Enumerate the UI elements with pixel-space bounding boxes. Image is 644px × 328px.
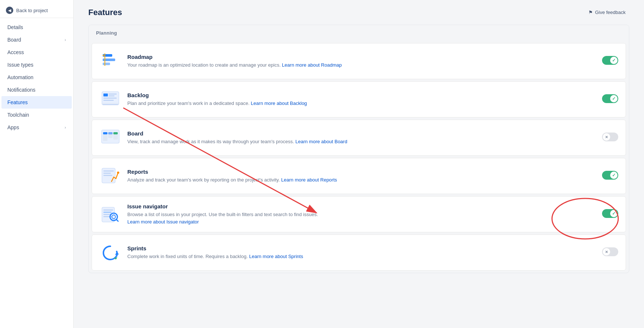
feedback-icon: ⚑ bbox=[588, 10, 593, 15]
toggle-check-icon: ✓ bbox=[612, 173, 616, 178]
svg-rect-27 bbox=[103, 212, 112, 213]
sidebar-item-notifications[interactable]: Notifications bbox=[1, 84, 72, 96]
svg-rect-1 bbox=[103, 55, 104, 56]
sidebar-item-label: Toolchain bbox=[7, 112, 29, 118]
feature-name-issue-navigator: Issue navigator bbox=[127, 203, 592, 209]
feature-desc-backlog: Plan and prioritize your team's work in … bbox=[127, 100, 592, 107]
issue-navigator-icon bbox=[99, 203, 121, 225]
svg-rect-10 bbox=[109, 95, 114, 96]
toggle-backlog[interactable]: ✓ bbox=[602, 94, 618, 105]
feature-card-reports: ReportsAnalyze and track your team's wor… bbox=[92, 158, 626, 194]
svg-point-24 bbox=[117, 172, 119, 174]
svg-rect-26 bbox=[103, 209, 113, 211]
toggle-board[interactable]: ✕ bbox=[602, 133, 618, 143]
feature-link-sprints[interactable]: Learn more about Sprints bbox=[249, 254, 303, 259]
svg-rect-8 bbox=[103, 100, 114, 101]
sidebar: ◀ Back to project DetailsBoard›AccessIss… bbox=[0, 0, 74, 328]
feature-desc-sprints: Complete work in fixed units of time. Re… bbox=[127, 253, 592, 260]
sprints-icon bbox=[99, 241, 121, 264]
back-label: Back to project bbox=[16, 8, 48, 13]
main-content: Features ⚑ Give feedback Planning Roadma… bbox=[74, 0, 644, 328]
feature-info-backlog: BacklogPlan and prioritize your team's w… bbox=[127, 92, 592, 107]
feature-card-backlog: BacklogPlan and prioritize your team's w… bbox=[92, 81, 626, 117]
feature-card-board: BoardView, track and manage work as it m… bbox=[92, 120, 626, 156]
toggle-check-icon: ✓ bbox=[612, 58, 616, 63]
sidebar-item-features[interactable]: Features bbox=[1, 96, 72, 109]
sidebar-item-automation[interactable]: Automation bbox=[1, 71, 72, 84]
sidebar-item-toolchain[interactable]: Toolchain bbox=[1, 109, 72, 121]
sidebar-item-label: Automation bbox=[7, 74, 33, 80]
svg-rect-17 bbox=[103, 132, 107, 134]
feature-link-issue-navigator[interactable]: Learn more about Issue navigator bbox=[127, 219, 199, 225]
back-icon: ◀ bbox=[6, 7, 13, 14]
feature-info-board: BoardView, track and manage work as it m… bbox=[127, 130, 592, 145]
feature-link-reports[interactable]: Learn more about Reports bbox=[281, 177, 337, 183]
feature-name-backlog: Backlog bbox=[127, 92, 592, 98]
toggle-label-reports[interactable]: ✓ bbox=[602, 171, 618, 180]
toggle-check-icon: ✓ bbox=[612, 96, 616, 101]
svg-rect-6 bbox=[103, 94, 108, 96]
sidebar-item-board[interactable]: Board› bbox=[1, 33, 72, 46]
toggle-label-backlog[interactable]: ✓ bbox=[602, 94, 618, 103]
toggle-sprints[interactable]: ✕ bbox=[602, 247, 618, 258]
svg-rect-12 bbox=[103, 104, 118, 105]
feature-info-issue-navigator: Issue navigatorBrowse a list of issues i… bbox=[127, 203, 592, 225]
svg-rect-19 bbox=[113, 132, 118, 134]
toggle-label-board[interactable]: ✕ bbox=[602, 133, 618, 141]
svg-rect-29 bbox=[103, 216, 112, 217]
svg-rect-22 bbox=[103, 173, 111, 174]
expand-arrow-icon: › bbox=[65, 126, 66, 130]
feature-card-issue-navigator: Issue navigatorBrowse a list of issues i… bbox=[92, 196, 626, 232]
sidebar-item-label: Notifications bbox=[7, 87, 35, 93]
give-feedback-button[interactable]: ⚑ Give feedback bbox=[585, 7, 629, 17]
sidebar-item-label: Details bbox=[7, 24, 23, 30]
toggle-label-issue-navigator[interactable]: ✓ bbox=[602, 209, 618, 218]
sidebar-item-apps[interactable]: Apps› bbox=[1, 121, 72, 134]
feature-info-reports: ReportsAnalyze and track your team's wor… bbox=[127, 169, 592, 184]
toggle-x-icon: ✕ bbox=[605, 135, 608, 139]
sidebar-item-details[interactable]: Details bbox=[1, 21, 72, 33]
section-planning: Planning RoadmapYour roadmap is an optim… bbox=[88, 25, 629, 273]
toggle-roadmap[interactable]: ✓ bbox=[602, 56, 618, 66]
toggle-reports[interactable]: ✓ bbox=[602, 171, 618, 181]
toggle-label-sprints[interactable]: ✕ bbox=[602, 247, 618, 256]
backlog-icon bbox=[99, 88, 121, 110]
toggle-check-icon: ✓ bbox=[612, 211, 616, 216]
sidebar-item-label: Board bbox=[7, 37, 21, 43]
svg-rect-9 bbox=[109, 94, 117, 95]
feature-info-sprints: SprintsComplete work in fixed units of t… bbox=[127, 245, 592, 260]
feature-desc-issue-navigator: Browse a list of issues in your project.… bbox=[127, 211, 592, 225]
sidebar-item-issue-types[interactable]: Issue types bbox=[1, 59, 72, 71]
svg-marker-33 bbox=[115, 251, 119, 255]
toggle-label-roadmap[interactable]: ✓ bbox=[602, 56, 618, 65]
board-icon bbox=[99, 127, 121, 149]
sidebar-item-access[interactable]: Access bbox=[1, 46, 72, 59]
feature-name-reports: Reports bbox=[127, 169, 592, 175]
page-title: Features bbox=[88, 8, 122, 17]
feature-name-board: Board bbox=[127, 130, 592, 137]
page-header: Features ⚑ Give feedback bbox=[88, 7, 629, 17]
feature-card-sprints: SprintsComplete work in fixed units of t… bbox=[92, 234, 626, 271]
svg-rect-7 bbox=[103, 98, 117, 99]
toggle-issue-navigator[interactable]: ✓ bbox=[602, 209, 618, 219]
feature-desc-reports: Analyze and track your team's work by re… bbox=[127, 176, 592, 184]
roadmap-icon bbox=[99, 50, 121, 72]
back-to-project[interactable]: ◀ Back to project bbox=[0, 3, 73, 18]
section-header-planning: Planning bbox=[89, 25, 629, 41]
expand-arrow-icon: › bbox=[65, 38, 66, 42]
toggle-x-icon: ✕ bbox=[605, 250, 608, 254]
sidebar-item-label: Apps bbox=[7, 124, 19, 130]
svg-line-32 bbox=[116, 219, 118, 221]
feature-link-roadmap[interactable]: Learn more about Roadmap bbox=[282, 62, 342, 68]
svg-rect-18 bbox=[108, 132, 113, 134]
feature-link-board[interactable]: Learn more about Board bbox=[296, 139, 347, 144]
feedback-label: Give feedback bbox=[595, 10, 626, 15]
feature-name-roadmap: Roadmap bbox=[127, 54, 592, 60]
svg-rect-28 bbox=[103, 214, 111, 215]
sidebar-item-label: Issue types bbox=[7, 62, 33, 68]
reports-icon bbox=[99, 165, 121, 187]
feature-link-backlog[interactable]: Learn more about Backlog bbox=[251, 100, 307, 106]
svg-rect-23 bbox=[103, 175, 112, 176]
feature-info-roadmap: RoadmapYour roadmap is an optimized loca… bbox=[127, 54, 592, 69]
feature-name-sprints: Sprints bbox=[127, 245, 592, 251]
